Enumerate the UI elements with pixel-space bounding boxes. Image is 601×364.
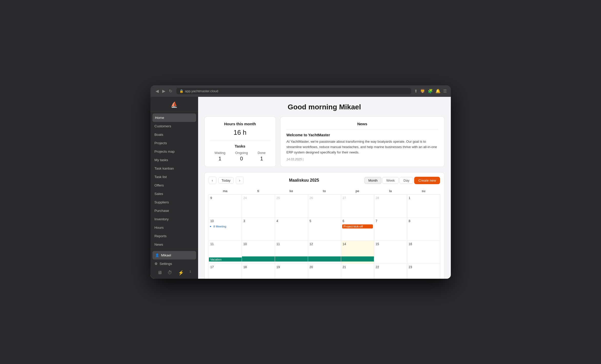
cal-day-cell[interactable]: 1 [407, 195, 440, 218]
cal-day-cell[interactable]: 9 [209, 195, 242, 218]
cal-day-cell[interactable]: 3 [242, 218, 275, 241]
cal-day-cell[interactable]: 5 [308, 218, 341, 241]
sidebar-item-reports[interactable]: Reports [150, 232, 198, 240]
day-number: 5 [309, 219, 340, 223]
cal-day-cell[interactable]: 12 [308, 241, 341, 264]
sidebar-item-boats[interactable]: Boats [150, 130, 198, 139]
cal-day-cell[interactable]: 24 [242, 195, 275, 218]
sidebar-item-purchase[interactable]: Purchase [150, 206, 198, 215]
sidebar-user-item[interactable]: 👤 Mikael [152, 251, 196, 259]
suppliers-label: Suppliers [155, 200, 169, 204]
weekday-pe: pe [341, 188, 374, 195]
icon-3[interactable]: ⚡ [178, 270, 184, 276]
cal-day-cell[interactable]: 18 [242, 264, 275, 279]
day-number: 21 [342, 265, 373, 269]
sidebar-item-hours[interactable]: Hours [150, 223, 198, 232]
cal-prev-button[interactable]: ‹ [209, 176, 216, 184]
badge-count: 1 [189, 270, 191, 276]
calendar-card: ‹ Today › Maaliskuu 2025 Month Week Day … [204, 172, 445, 279]
day-number: 9 [210, 196, 241, 200]
day-number: 10 [210, 219, 241, 223]
cal-day-cell[interactable]: 21 [341, 264, 374, 279]
day-number: 16 [408, 242, 439, 246]
forward-button[interactable]: ▶ [161, 88, 166, 94]
cal-event-vacation[interactable]: Vacation [209, 257, 242, 262]
cal-day-cell[interactable]: 10 [242, 241, 275, 264]
day-number: 23 [408, 265, 439, 269]
cal-day-cell-today[interactable]: 14 [341, 241, 374, 264]
hours-card: Hours this month 16 h Tasks Waiting 1 On… [204, 116, 276, 167]
calendar-week-12: 17 18 19 20 21 [209, 264, 440, 279]
extensions-icon[interactable]: 🧩 [428, 89, 433, 93]
sidebar-item-inventory[interactable]: Inventory [150, 215, 198, 223]
settings-label: Settings [160, 262, 172, 266]
sidebar-item-projects-map[interactable]: Projects map [150, 147, 198, 156]
done-label: Done [258, 151, 266, 155]
day-number: 11 [210, 242, 241, 246]
cal-day-cell[interactable]: 19 [275, 264, 308, 279]
sidebar-item-news[interactable]: News [150, 240, 198, 249]
tasks-section: Tasks Waiting 1 Ongoing 0 Done [210, 144, 271, 162]
icon-2[interactable]: ⏱ [168, 270, 172, 276]
sidebar-item-task-list[interactable]: Task list [150, 173, 198, 181]
cal-day-cell[interactable]: 8 [407, 218, 440, 241]
sidebar-settings-item[interactable]: ⚙ Settings [150, 259, 198, 268]
url-text: app.yachtmaster.cloud [185, 89, 218, 93]
sidebar-item-my-tasks[interactable]: My tasks [150, 156, 198, 164]
cal-next-button[interactable]: › [236, 176, 243, 184]
cal-day-cell[interactable]: 6 Project kick-off [341, 218, 374, 241]
sidebar-bottom: 👤 Mikael ⚙ Settings 🖥 ⏱ ⚡ 1 [150, 249, 198, 279]
cal-day-cell[interactable]: 27 [341, 195, 374, 218]
cal-day-cell[interactable]: 20 [308, 264, 341, 279]
sidebar: ⛵ Home Customers Boats Projects Projects… [150, 97, 198, 279]
hours-card-title: Hours this month [210, 122, 271, 126]
sidebar-item-projects[interactable]: Projects [150, 139, 198, 147]
cal-week-view-button[interactable]: Week [382, 177, 399, 184]
cal-day-cell[interactable]: 23 [407, 264, 440, 279]
day-number: 3 [243, 219, 274, 223]
cal-event-meeting[interactable]: 8 Meeting [210, 224, 241, 228]
cal-day-cell[interactable]: 15 [374, 241, 407, 264]
inventory-label: Inventory [155, 217, 169, 221]
share-icon[interactable]: ⬆ [414, 89, 417, 93]
sidebar-item-task-kanban[interactable]: Task kanban [150, 164, 198, 173]
day-number: 4 [276, 219, 307, 223]
icon-1[interactable]: 🖥 [157, 270, 162, 276]
sidebar-bottom-icons: 🖥 ⏱ ⚡ 1 [150, 268, 198, 276]
sidebar-item-offers[interactable]: Offers [150, 181, 198, 190]
cal-day-cell[interactable]: 25 [275, 195, 308, 218]
back-button[interactable]: ◀ [155, 88, 160, 94]
sidebar-item-suppliers[interactable]: Suppliers [150, 198, 198, 206]
sidebar-item-sales[interactable]: Sales [150, 190, 198, 198]
cal-day-cell[interactable]: 11 Vacation [209, 241, 242, 264]
cal-day-cell[interactable]: 28 [374, 195, 407, 218]
sidebar-nav: Home Customers Boats Projects Projects m… [150, 111, 198, 249]
day-number: 25 [276, 196, 307, 200]
cal-day-cell[interactable]: 22 [374, 264, 407, 279]
day-number: 17 [210, 265, 241, 269]
waiting-label: Waiting [215, 151, 226, 155]
cal-day-cell[interactable]: 16 [407, 241, 440, 264]
cal-day-cell[interactable]: 26 [308, 195, 341, 218]
cal-day-cell[interactable]: 11 [275, 241, 308, 264]
address-bar[interactable]: 🔒 app.yachtmaster.cloud [176, 88, 411, 94]
task-list-label: Task list [155, 175, 167, 179]
calendar-week-11: 11 Vacation 10 11 [209, 241, 440, 264]
day-number: 7 [375, 219, 406, 223]
cal-day-cell[interactable]: 10 8 Meeting [209, 218, 242, 241]
reload-button[interactable]: ↻ [168, 88, 173, 94]
cal-today-button[interactable]: Today [218, 177, 234, 184]
day-number: 27 [342, 196, 373, 200]
cal-event-kickoff[interactable]: Project kick-off [342, 224, 373, 228]
day-number: 24 [243, 196, 274, 200]
cal-create-button[interactable]: Create new [414, 177, 440, 184]
cal-day-cell[interactable]: 4 [275, 218, 308, 241]
sidebar-item-home[interactable]: Home [152, 113, 196, 122]
cal-day-view-button[interactable]: Day [400, 177, 413, 184]
cal-month-view-button[interactable]: Month [364, 177, 381, 184]
cal-day-cell[interactable]: 17 [209, 264, 242, 279]
bell-icon[interactable]: 🔔 [435, 89, 441, 93]
sidebar-item-customers[interactable]: Customers [150, 122, 198, 130]
cal-day-cell[interactable]: 7 [374, 218, 407, 241]
menu-icon[interactable]: ☰ [443, 89, 447, 93]
